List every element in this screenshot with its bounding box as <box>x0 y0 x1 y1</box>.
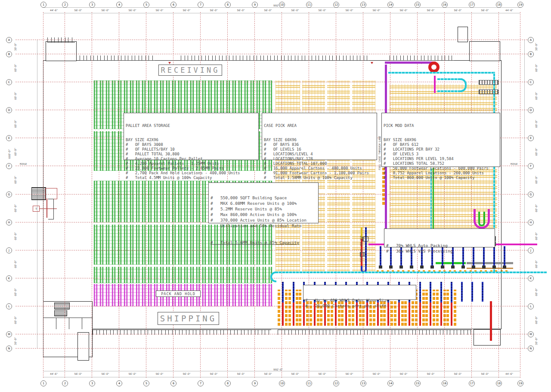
column-dim-bottom: 56'-0" <box>422 372 440 376</box>
column-bubble-top: 1 <box>40 2 46 8</box>
row-dim-left: 60'-0" <box>14 59 17 77</box>
column-dim-bottom: 56'-0" <box>205 372 223 376</box>
column-dim-bottom: 56'-0" <box>477 372 494 376</box>
row-gridline <box>15 334 534 334</box>
column-bubble-bottom: 13 <box>360 380 366 386</box>
row-dim-left: 60'-0" <box>14 171 17 188</box>
column-bubble-bottom: 3 <box>89 380 95 386</box>
row-bubble-right: A <box>528 37 534 43</box>
column-gridline <box>498 12 499 378</box>
building-summary-total: # Total 5.6MM Units @ 85% Capacity <box>210 240 316 245</box>
row-bubble-right: L <box>528 303 534 309</box>
case-pick-area-box: CASE PICK AREA BAY SIZE 60X96# OF BAYS 8… <box>262 113 377 160</box>
column-gridline <box>363 12 363 378</box>
row-dim-right: 60'-0" <box>535 115 538 133</box>
row-dim-left: 60'-0" <box>14 256 17 273</box>
column-bubble-top: 18 <box>496 2 502 8</box>
equipment-red-vertical <box>46 200 47 218</box>
row-bubble-left: L <box>6 303 12 309</box>
whls-split-box: # 70% WHLS Auto Packing# 30% WHLS VAS Pr… <box>384 228 495 247</box>
pick-mod-title: PICK MOD DATA <box>384 123 498 128</box>
column-bubble-bottom: 15 <box>415 380 421 386</box>
shipping-sorter-lane-red <box>430 302 431 326</box>
ridge-label-right: RIDGE <box>511 163 518 165</box>
conveyor-green-u-turn <box>478 212 485 226</box>
case-pick-title: CASE PICK AREA <box>264 123 375 128</box>
column-bubble-bottom: 17 <box>469 380 475 386</box>
column-bubble-top: 13 <box>360 2 366 8</box>
column-dim-top: 56'-0" <box>422 9 440 12</box>
shipping-sorter-lane <box>461 282 463 302</box>
column-bubble-bottom: 9 <box>252 380 258 386</box>
dock-marker-triangle <box>371 62 373 64</box>
column-dim-bottom: 56'-0" <box>287 372 304 376</box>
column-gridline <box>417 12 418 378</box>
column-gridline <box>390 12 390 378</box>
column-dim-bottom: 56'-0" <box>260 372 277 376</box>
column-gridline <box>520 12 520 378</box>
row-bubble-right: F <box>528 163 534 169</box>
wholesale-pack-station <box>461 265 465 269</box>
full-case-lane-label: FULL CASE THROUGH LANE <box>378 130 381 177</box>
column-bubble-bottom: 11 <box>306 380 312 386</box>
row-bubble-right: D <box>528 107 534 113</box>
row-bubble-left: N <box>6 346 12 352</box>
column-bubble-top: 12 <box>333 2 339 8</box>
row-bubble-right: C <box>528 79 534 85</box>
case-seal-lane-right <box>365 227 367 269</box>
office-wall <box>56 318 56 329</box>
receiving-dock-doors <box>181 56 369 61</box>
column-dim-bottom: 56'-0" <box>97 372 114 376</box>
conveyor-cyan-top <box>388 72 495 74</box>
wholesale-pack-spur <box>504 246 505 265</box>
row-bubble-right: H <box>528 219 534 225</box>
row-bubble-left: G <box>6 191 12 198</box>
block-bottom-right <box>474 329 501 346</box>
shipping-area-label: SHIPPING <box>158 312 219 325</box>
column-dim-bottom: 56'-0" <box>368 372 385 376</box>
shipping-sorter-lane <box>440 282 442 302</box>
wholesale-pack-station <box>410 265 413 269</box>
column-bubble-top: 16 <box>442 2 448 8</box>
column-gridline <box>43 12 43 378</box>
row-gridline <box>15 82 534 82</box>
column-dim-bottom: 56'-0" <box>341 372 358 376</box>
bump-top-right <box>469 41 500 61</box>
column-dim-top: 44'-6" <box>45 9 62 12</box>
row-dim-right: 60'-0" <box>535 171 538 188</box>
row-dim-right: 60'-0" <box>535 143 538 161</box>
column-bubble-top: 10 <box>279 2 285 8</box>
column-dim-top: 56'-0" <box>368 9 385 12</box>
wholesale-pack-station <box>399 265 403 269</box>
warehouse-floorplan-drawing: T FULL CASE THROUGH LANE CASE SEAL AND P… <box>0 0 551 392</box>
column-gridline <box>119 12 119 378</box>
column-bubble-top: 5 <box>143 2 149 8</box>
row-bubble-right: G <box>528 191 534 198</box>
conveyor-cyan-switchback <box>437 78 462 80</box>
row-bubble-left: K <box>6 275 12 281</box>
equipment-hatched-block <box>31 187 46 200</box>
order-wave-lines: # Up to 406 WHLS Order Wave Size# 26,000… <box>305 297 414 309</box>
wholesale-pack-station <box>420 265 424 269</box>
pallet-area-lines: BAY SIZE 42X96# OF BAYS 3008# OF PALLETS… <box>126 138 257 180</box>
dock-doors-top-left-bump <box>47 37 75 43</box>
row-gridline <box>15 54 534 54</box>
wholesale-pack-station <box>492 265 496 269</box>
office-wall <box>69 318 69 329</box>
column-dim-top: 56'-0" <box>260 9 277 12</box>
column-bubble-top: 2 <box>62 2 68 8</box>
column-bubble-bottom: 16 <box>442 380 448 386</box>
overall-height-dim-left: 660'-0" <box>8 145 11 164</box>
column-dim-top: 56'-0" <box>287 9 304 12</box>
case-seal-station <box>362 237 368 241</box>
t-label: T <box>35 207 37 211</box>
column-bubble-top: 6 <box>170 2 176 8</box>
column-gridline <box>471 12 472 378</box>
column-bubble-top: 14 <box>387 2 393 8</box>
row-bubble-left: J <box>6 247 12 253</box>
dock-marker-triangle <box>168 62 171 64</box>
row-dim-right: 60'-0" <box>535 87 538 105</box>
column-dim-top: 56'-0" <box>395 9 412 12</box>
row-dim-right: 30'-0" <box>535 333 538 350</box>
column-bubble-bottom: 5 <box>143 380 149 386</box>
